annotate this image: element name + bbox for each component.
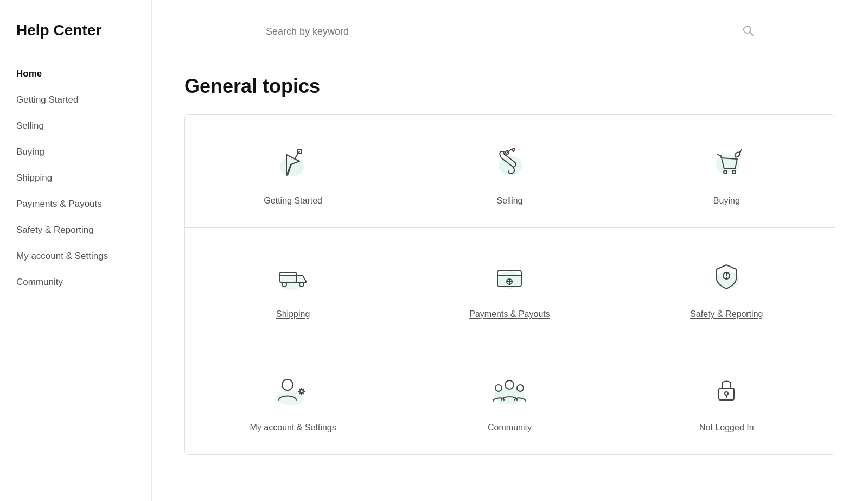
topic-card-selling[interactable]: Selling — [401, 115, 618, 228]
topic-label-not-logged-in: Not Logged In — [699, 423, 754, 433]
sidebar-item-my-account---settings[interactable]: My account & Settings — [16, 243, 135, 269]
topic-label-selling: Selling — [496, 196, 522, 206]
search-input[interactable] — [266, 22, 737, 42]
buying-icon — [705, 142, 748, 185]
sidebar-item-safety---reporting[interactable]: Safety & Reporting — [16, 217, 135, 243]
main-content: General topics Getting Started Selling — [152, 0, 868, 501]
sidebar: Help Center HomeGetting StartedSellingBu… — [0, 0, 152, 501]
topic-card-buying[interactable]: Buying — [618, 115, 835, 228]
selling-icon — [488, 142, 531, 185]
topic-card-not-logged-in[interactable]: Not Logged In — [618, 341, 835, 454]
topic-label-shipping: Shipping — [276, 309, 310, 319]
header — [184, 22, 835, 53]
topic-label-getting-started: Getting Started — [264, 196, 322, 206]
sidebar-title: Help Center — [16, 22, 135, 39]
topic-card-payments-payouts[interactable]: Payments & Payouts — [401, 228, 618, 341]
sidebar-item-home[interactable]: Home — [16, 61, 135, 87]
sidebar-item-payments---payouts[interactable]: Payments & Payouts — [16, 191, 135, 217]
topic-label-buying: Buying — [713, 196, 740, 206]
sidebar-item-buying[interactable]: Buying — [16, 139, 135, 165]
topic-card-getting-started[interactable]: Getting Started — [185, 115, 401, 228]
community-icon — [488, 369, 531, 412]
topics-grid: Getting Started Selling Buying — [184, 114, 835, 455]
svg-point-28 — [282, 379, 293, 390]
topic-card-safety-reporting[interactable]: Safety & Reporting — [618, 228, 835, 341]
svg-rect-34 — [719, 388, 734, 400]
safety-reporting-icon — [705, 255, 748, 299]
topic-card-community[interactable]: Community — [401, 341, 618, 454]
topic-label-community: Community — [488, 423, 532, 433]
sidebar-item-shipping[interactable]: Shipping — [16, 165, 135, 191]
svg-line-1 — [750, 33, 754, 36]
getting-started-icon — [271, 142, 315, 185]
sidebar-item-community[interactable]: Community — [16, 269, 135, 295]
topic-card-shipping[interactable]: Shipping — [185, 228, 401, 341]
not-logged-in-icon — [705, 369, 748, 412]
shipping-icon — [271, 255, 315, 299]
page-title: General topics — [184, 75, 835, 98]
search-bar[interactable] — [266, 22, 754, 42]
payments-payouts-icon — [488, 255, 531, 299]
sidebar-item-selling[interactable]: Selling — [16, 113, 135, 139]
topic-label-payments-payouts: Payments & Payouts — [469, 309, 550, 319]
topic-card-my-account-settings[interactable]: My account & Settings — [185, 341, 401, 454]
topic-label-safety-reporting: Safety & Reporting — [690, 309, 763, 319]
search-icon — [742, 24, 754, 39]
my-account-settings-icon — [271, 369, 315, 412]
sidebar-item-getting-started[interactable]: Getting Started — [16, 87, 135, 113]
topic-label-my-account-settings: My account & Settings — [250, 423, 336, 433]
sidebar-nav: HomeGetting StartedSellingBuyingShipping… — [16, 61, 135, 295]
svg-point-2 — [280, 157, 304, 176]
